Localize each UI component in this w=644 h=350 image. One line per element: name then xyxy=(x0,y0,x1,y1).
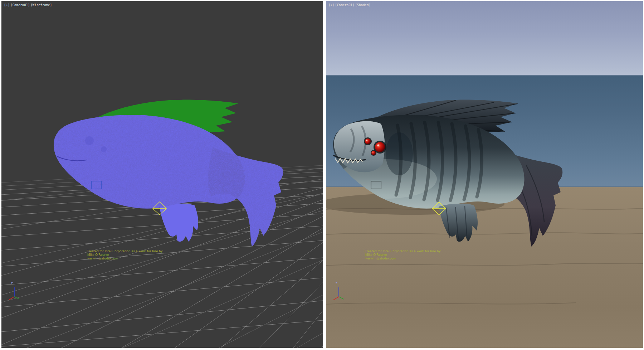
watermark-line: Created for Intel Corporation as a work … xyxy=(87,249,164,253)
axis-z-label: z xyxy=(11,281,13,285)
world-axis-svg xyxy=(6,283,23,300)
axis-x-line xyxy=(333,297,339,300)
watermark-line: Mike O'Rourke xyxy=(87,253,164,257)
world-axis-svg xyxy=(330,283,347,300)
world-axis-gizmo: z xyxy=(330,283,347,300)
watermark-line: www.fritzstudio.com xyxy=(365,257,441,260)
watermark-line: Created for Intel Corporation as a work … xyxy=(365,249,441,253)
viewport-label: [+][Camera01][Wireframe] xyxy=(4,3,53,7)
watermark-line: www.fritzstudio.com xyxy=(87,257,164,260)
axis-z-label: z xyxy=(336,281,337,285)
world-axis-gizmo: z xyxy=(6,283,23,300)
dual-viewport-canvas: [+][Camera01][Wireframe] Created for Int… xyxy=(0,0,644,350)
viewport-shading-button[interactable]: [Shaded] xyxy=(355,3,370,7)
watermark-text: Created for Intel Corporation as a work … xyxy=(365,249,441,260)
watermark-text: Created for Intel Corporation as a work … xyxy=(87,249,164,260)
watermark-line: Mike O'Rourke xyxy=(365,253,441,257)
viewport-camera-button[interactable]: [Camera01] xyxy=(10,3,30,7)
viewport-menu-button[interactable]: [+] xyxy=(4,3,10,7)
viewport-label: [+][Camera01][Shaded] xyxy=(328,3,371,7)
viewport-shaded[interactable]: [+][Camera01][Shaded] Created for Intel … xyxy=(326,1,643,348)
viewport-menu-button[interactable]: [+] xyxy=(328,3,334,7)
viewport-shading-button[interactable]: [Wireframe] xyxy=(30,3,52,7)
axis-x-line xyxy=(9,297,14,300)
viewport-wireframe[interactable]: [+][Camera01][Wireframe] Created for Int… xyxy=(1,1,323,348)
axis-y-line xyxy=(14,297,19,299)
axis-y-line xyxy=(339,297,344,299)
viewport-camera-button[interactable]: [Camera01] xyxy=(335,3,354,7)
